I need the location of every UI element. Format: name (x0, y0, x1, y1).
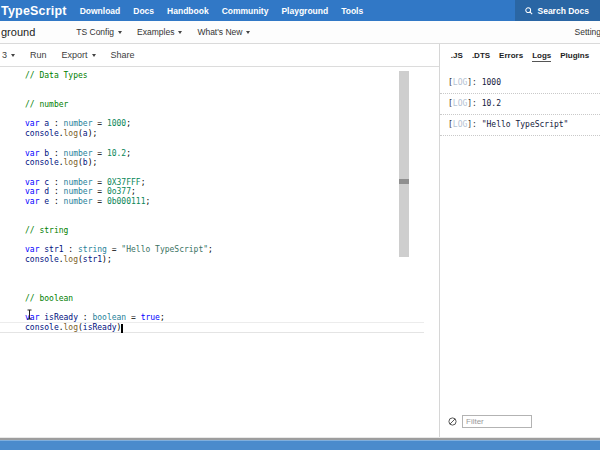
code-line: console.log(b); (25, 158, 439, 168)
playground-subnav: ground TS ConfigExamplesWhat's New Setti… (0, 21, 600, 44)
tab-js[interactable]: .JS (451, 51, 463, 62)
code-line (25, 265, 439, 275)
nav-link-playground[interactable]: Playground (281, 6, 328, 16)
top-navbar: TypeScript DownloadDocsHandbookCommunity… (0, 0, 600, 21)
chevron-down-icon (11, 54, 15, 57)
code-line: // boolean (25, 294, 439, 304)
code-line: var str1 : string = "Hello TypeScript"; (25, 245, 439, 255)
tab-plugins[interactable]: Plugins (560, 51, 589, 62)
clear-logs-icon[interactable] (448, 412, 457, 430)
log-filter-row (448, 412, 532, 430)
tab-errors[interactable]: Errors (499, 51, 523, 62)
code-line: console.log(isReady) (25, 323, 439, 333)
mouse-ibeam-cursor (26, 309, 33, 322)
chevron-down-icon (178, 31, 182, 34)
nav-link-download[interactable]: Download (80, 6, 121, 16)
code-line (25, 81, 439, 91)
code-line: // Data Types (25, 71, 439, 81)
log-entry: [LOG]: 10.2 (440, 94, 600, 115)
bottom-bar (0, 440, 600, 450)
tab-dts[interactable]: .DTS (472, 51, 490, 62)
code-line: console.log(a); (25, 129, 439, 139)
share-button[interactable]: Share (111, 50, 135, 60)
code-line: console.log(str1); (25, 255, 439, 265)
log-entry: [LOG]: 1000 (440, 73, 600, 94)
code-line: // string (25, 226, 439, 236)
editor-toolbar: 3 Run Export Share (0, 44, 439, 67)
export-dropdown[interactable]: Export (62, 50, 96, 60)
nav-link-docs[interactable]: Docs (133, 6, 154, 16)
editor-scrollbar[interactable] (399, 67, 409, 437)
nav-link-handbook[interactable]: Handbook (167, 6, 209, 16)
chevron-down-icon (118, 31, 122, 34)
version-dropdown[interactable]: 3 (2, 50, 15, 60)
nav-link-tools[interactable]: Tools (341, 6, 363, 16)
code-line: // number (25, 100, 439, 110)
search-icon (525, 7, 533, 15)
nav-link-community[interactable]: Community (222, 6, 269, 16)
code-line (25, 284, 439, 294)
chevron-down-icon (92, 54, 96, 57)
scrollbar-cursor-marker (399, 179, 409, 184)
menu-what-s-new[interactable]: What's New (197, 27, 250, 37)
subnav-menus: TS ConfigExamplesWhat's New (76, 27, 250, 37)
code-line (25, 139, 439, 149)
app-window: TypeScript DownloadDocsHandbookCommunity… (0, 0, 600, 450)
tab-logs[interactable]: Logs (532, 51, 551, 62)
code-line: var b : number = 10.2; (25, 149, 439, 159)
search-box[interactable]: Search Docs (515, 0, 600, 21)
code-line (25, 90, 439, 100)
filter-input[interactable] (462, 415, 532, 428)
chevron-down-icon (246, 31, 250, 34)
text-caret (121, 324, 123, 333)
code-line (25, 274, 439, 284)
code-editor[interactable]: // Data Types// numbervar a : number = 1… (0, 67, 439, 437)
code-line: var isReady : boolean = true; (25, 313, 439, 323)
run-button[interactable]: Run (30, 50, 47, 60)
code-line: var a : number = 1000; (25, 119, 439, 129)
panel-tabs: .JS.DTSErrorsLogsPlugins (440, 51, 600, 62)
code-line: var c : number = 0X37FFF; (25, 178, 439, 188)
code-line (25, 207, 439, 217)
code-line: var e : number = 0b000111; (25, 197, 439, 207)
page-title: ground (1, 26, 35, 38)
code-line (25, 236, 439, 246)
search-label: Search Docs (538, 6, 590, 16)
menu-ts-config[interactable]: TS Config (76, 27, 122, 37)
settings-button[interactable]: Setting (575, 27, 600, 37)
code-line: var d : number = 0o377; (25, 187, 439, 197)
log-entry: [LOG]: "Hello TypeScript" (440, 115, 600, 136)
site-logo[interactable]: TypeScript (0, 4, 67, 18)
main-nav: DownloadDocsHandbookCommunityPlaygroundT… (80, 6, 364, 16)
code-line (25, 168, 439, 178)
editor-pane: 3 Run Export Share // Data Types// numb (0, 44, 440, 437)
code-line (25, 110, 439, 120)
main-area: 3 Run Export Share // Data Types// numb (0, 44, 600, 437)
log-list: [LOG]: 1000[LOG]: 10.2[LOG]: "Hello Type… (440, 73, 600, 136)
scrollbar-thumb[interactable] (399, 71, 409, 257)
menu-examples[interactable]: Examples (137, 27, 182, 37)
code-line (25, 304, 439, 314)
output-panel: .JS.DTSErrorsLogsPlugins [LOG]: 1000[LOG… (440, 44, 600, 437)
code-line (25, 216, 439, 226)
